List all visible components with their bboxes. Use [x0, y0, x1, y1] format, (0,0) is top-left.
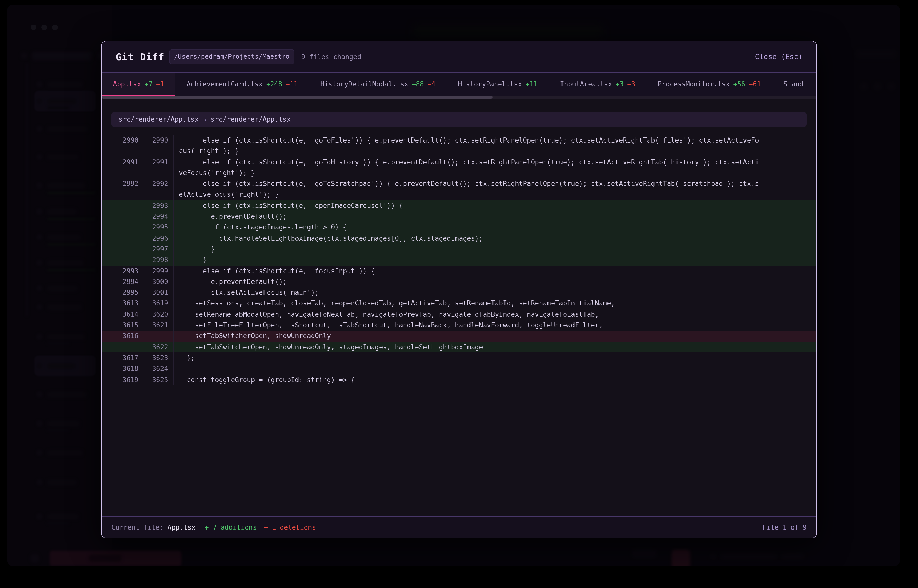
code-text: else if (ctx.isShortcut(e, 'openImageCar…: [174, 200, 816, 211]
arrow-icon: →: [203, 115, 207, 123]
new-line-number: 3622: [144, 341, 174, 352]
diff-row: 29932999 else if (ctx.isShortcut(e, 'foc…: [102, 265, 816, 276]
new-line-number: [144, 146, 174, 157]
file-tab-historypanel-tsx[interactable]: HistoryPanel.tsx+11: [447, 73, 549, 95]
file-tab-processmonitor-tsx[interactable]: ProcessMonitor.tsx+56−61: [646, 73, 772, 95]
old-line-number: [102, 146, 144, 157]
git-diff-modal: Git Diff /Users/pedram/Projects/Maestro …: [101, 41, 817, 538]
tab-deletions: −11: [286, 80, 298, 88]
tab-filename: InputArea.tsx: [560, 80, 612, 88]
tab-filename: App.tsx: [113, 80, 141, 88]
diff-row: 2993 else if (ctx.isShortcut(e, 'openIma…: [102, 200, 816, 211]
code-text: if (ctx.stagedImages.length > 0) {: [174, 222, 816, 233]
new-line-number: 3625: [144, 374, 174, 385]
new-line-number: 3624: [144, 363, 174, 374]
modal-footer: Current file: App.tsx + 7 additions − 1 …: [102, 517, 816, 538]
code-text: setFileTreeFilterOpen, isShortcut, isTab…: [174, 320, 816, 331]
tabs-scrollbar-track[interactable]: [102, 95, 816, 99]
file-tab-achievementcard-tsx[interactable]: AchievementCard.tsx+248−11: [175, 73, 309, 95]
old-line-number: 2992: [102, 178, 144, 189]
old-line-number: 2991: [102, 157, 144, 168]
new-line-number: 2990: [144, 135, 174, 146]
tab-additions: +56: [733, 80, 745, 88]
new-line-number: 3001: [144, 287, 174, 298]
diff-row: 3616 setTabSwitcherOpen, showUnreadOnly: [102, 331, 816, 342]
new-line-number: 2998: [144, 255, 174, 266]
old-line-number: 3616: [102, 331, 144, 342]
code-text: cus('right'); }: [174, 146, 816, 157]
file-rename-header: src/renderer/App.tsx → src/renderer/App.…: [112, 112, 806, 127]
old-line-number: [102, 255, 144, 266]
tab-additions: +3: [616, 80, 623, 88]
close-button[interactable]: Close (Esc): [755, 53, 803, 61]
diff-row: 36193625 const toggleGroup = (groupId: s…: [102, 374, 816, 385]
new-line-number: 2993: [144, 200, 174, 211]
code-text: setSessions, createTab, closeTab, reopen…: [174, 298, 816, 309]
code-text: else if (ctx.isShortcut(e, 'goToScratchp…: [174, 178, 816, 189]
diff-row: 36183624: [102, 363, 816, 374]
diff-row: 36173623 };: [102, 352, 816, 363]
code-text: else if (ctx.isShortcut(e, 'goToHistory'…: [174, 157, 816, 168]
old-line-number: [102, 168, 144, 179]
file-tab-historydetailmodal-tsx[interactable]: HistoryDetailModal.tsx+88−4: [309, 73, 447, 95]
file-to: src/renderer/App.tsx: [210, 115, 291, 123]
current-file-name: App.tsx: [168, 523, 196, 531]
repo-path-badge: /Users/pedram/Projects/Maestro: [169, 49, 295, 65]
page-root: Git Diff /Users/pedram/Projects/Maestro …: [0, 0, 918, 588]
old-line-number: 3619: [102, 374, 144, 385]
old-line-number: 2990: [102, 135, 144, 146]
file-tab-stand[interactable]: Stand: [772, 73, 814, 95]
new-line-number: 3000: [144, 276, 174, 288]
old-line-number: 3618: [102, 363, 144, 374]
old-line-number: [102, 200, 144, 211]
diff-row: 29953001 ctx.setActiveFocus('main');: [102, 287, 816, 298]
new-line-number: 3620: [144, 309, 174, 320]
code-text: etActiveFocus('right'); }: [174, 189, 816, 200]
code-text: setTabSwitcherOpen, showUnreadOnly: [174, 331, 816, 342]
old-line-number: [102, 222, 144, 233]
new-line-number: 2996: [144, 233, 174, 244]
code-text: setTabSwitcherOpen, showUnreadOnly, stag…: [174, 341, 816, 352]
diff-row: 2994 e.preventDefault();: [102, 211, 816, 222]
file-tab-inputarea-tsx[interactable]: InputArea.tsx+3−3: [549, 73, 646, 95]
tab-deletions: −1: [156, 80, 164, 88]
old-line-number: [102, 233, 144, 244]
code-text: }: [174, 244, 816, 255]
diff-row: veFocus('right'); }: [102, 168, 816, 179]
tab-filename: HistoryDetailModal.tsx: [320, 80, 408, 88]
tabs-scrollbar-thumb[interactable]: [102, 95, 493, 99]
tab-additions: +7: [145, 80, 152, 88]
old-line-number: 3613: [102, 298, 144, 309]
old-line-number: [102, 189, 144, 200]
additions-count: + 7 additions: [205, 523, 257, 531]
new-line-number: [144, 331, 174, 342]
code-text: ctx.setActiveFocus('main');: [174, 287, 816, 298]
diff-row: 29922992 else if (ctx.isShortcut(e, 'goT…: [102, 178, 816, 189]
deletions-count: − 1 deletions: [264, 523, 316, 531]
code-text: veFocus('right'); }: [174, 168, 816, 179]
tab-additions: +248: [266, 80, 282, 88]
file-tab-app-tsx[interactable]: App.tsx+7−1: [102, 73, 175, 95]
file-tabs-bar: App.tsx+7−1AchievementCard.tsx+248−11His…: [102, 73, 816, 99]
tab-filename: ProcessMonitor.tsx: [657, 80, 730, 88]
files-changed-label: 9 files changed: [301, 53, 361, 61]
modal-title: Git Diff: [115, 51, 164, 62]
diff-table: 29902990 else if (ctx.isShortcut(e, 'goT…: [102, 135, 816, 385]
diff-row: 36153621 setFileTreeFilterOpen, isShortc…: [102, 320, 816, 331]
code-text: ctx.handleSetLightboxImage(ctx.stagedIma…: [174, 233, 816, 244]
new-line-number: 2997: [144, 244, 174, 255]
code-text: else if (ctx.isShortcut(e, 'focusInput')…: [174, 265, 816, 276]
diff-row: 2995 if (ctx.stagedImages.length > 0) {: [102, 222, 816, 233]
code-text: else if (ctx.isShortcut(e, 'goToFiles'))…: [174, 135, 816, 146]
new-line-number: 2999: [144, 265, 174, 276]
tab-deletions: −3: [627, 80, 635, 88]
diff-row: 36133619 setSessions, createTab, closeTa…: [102, 298, 816, 309]
new-line-number: 2992: [144, 178, 174, 189]
code-text: setRenameTabModalOpen, navigateToNextTab…: [174, 309, 816, 320]
file-tabs: App.tsx+7−1AchievementCard.tsx+248−11His…: [102, 73, 816, 95]
diff-row: 29902990 else if (ctx.isShortcut(e, 'goT…: [102, 135, 816, 146]
diff-content: src/renderer/App.tsx → src/renderer/App.…: [102, 99, 816, 517]
diff-row: 2998 }: [102, 255, 816, 266]
old-line-number: 2993: [102, 265, 144, 276]
old-line-number: 3617: [102, 352, 144, 363]
